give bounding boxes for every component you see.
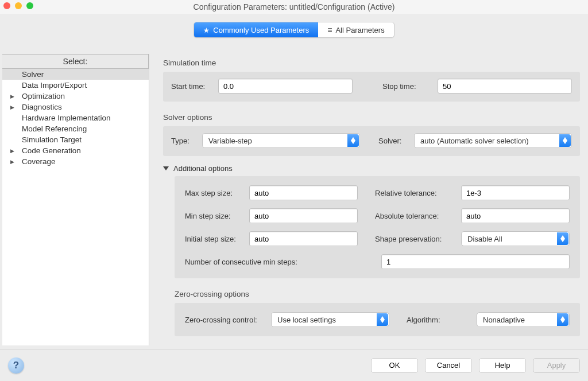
disclosure-triangle-icon[interactable]: ▶ — [10, 157, 14, 167]
apply-button: Apply — [533, 358, 580, 373]
chevrons-icon — [347, 134, 359, 147]
init-step-label: Initial step size: — [185, 235, 246, 243]
tree-item-model-referencing[interactable]: Model Referencing — [2, 123, 149, 134]
tree-item-code-generation[interactable]: ▶Code Generation — [2, 145, 149, 156]
simulation-time-section: Start time: Stop time: — [163, 72, 580, 102]
stop-time-input[interactable] — [438, 79, 572, 94]
chevrons-icon — [557, 313, 568, 326]
solver-label: Solver: — [378, 137, 411, 145]
window-title: Configuration Parameters: untitled/Confi… — [194, 2, 395, 11]
solver-select[interactable]: auto (Automatic solver selection) — [414, 133, 572, 148]
zc-control-value: Use local settings — [277, 316, 336, 324]
rel-tol-label: Relative tolerance: — [375, 189, 458, 197]
rel-tol-input[interactable] — [461, 185, 570, 200]
stop-time-label: Stop time: — [382, 82, 434, 91]
tree-item-coverage[interactable]: ▶Coverage — [2, 156, 149, 167]
chevrons-icon — [377, 313, 388, 326]
abs-tol-input[interactable] — [461, 208, 570, 223]
consec-label: Number of consecutive min steps: — [185, 258, 335, 266]
tree-item-diagnostics[interactable]: ▶Diagnostics — [2, 102, 149, 112]
chevrons-icon — [559, 134, 571, 147]
category-tree: Select: Solver Data Import/Export ▶Optim… — [2, 54, 149, 345]
abs-tol-label: Absolute tolerance: — [375, 212, 458, 220]
section-title-zero-crossing: Zero-crossing options — [175, 286, 580, 303]
disclosure-triangle-icon[interactable]: ▶ — [10, 103, 14, 112]
shape-select[interactable]: Disable All — [461, 231, 570, 246]
zc-control-select[interactable]: Use local settings — [271, 312, 389, 327]
min-step-label: Min step size: — [185, 212, 246, 220]
help-button[interactable]: Help — [479, 358, 526, 373]
shape-label: Shape preservation: — [375, 235, 458, 243]
zero-crossing-section: Zero-crossing control: Use local setting… — [175, 303, 580, 336]
tab-label: All Parameters — [335, 26, 384, 34]
start-time-label: Start time: — [171, 82, 215, 91]
section-title-solver-options: Solver options — [163, 110, 580, 126]
star-icon — [203, 26, 210, 34]
footer: ? OK Cancel Help Apply — [0, 349, 588, 381]
type-select[interactable]: Variable-step — [202, 133, 360, 148]
shape-value: Disable All — [467, 235, 502, 243]
zc-algorithm-select[interactable]: Nonadaptive — [477, 312, 570, 327]
type-label: Type: — [171, 137, 199, 145]
type-value: Variable-step — [208, 137, 252, 145]
additional-options-disclosure[interactable]: Additional options — [163, 164, 580, 173]
title-bar: Configuration Parameters: untitled/Confi… — [0, 0, 588, 14]
additional-options-section: Max step size: Relative tolerance: Min s… — [175, 176, 580, 278]
additional-options-header: Additional options — [173, 164, 233, 173]
section-title-simulation-time: Simulation time — [163, 55, 580, 72]
parameter-tabs: Commonly Used Parameters All Parameters — [0, 22, 588, 38]
window-controls — [3, 2, 33, 9]
tab-commonly-used[interactable]: Commonly Used Parameters — [194, 22, 318, 37]
max-step-label: Max step size: — [185, 189, 246, 197]
triangle-down-icon — [163, 166, 169, 170]
help-icon[interactable]: ? — [8, 357, 24, 374]
tree-item-simulation-target[interactable]: Simulation Target — [2, 134, 149, 145]
tree-item-hardware-implementation[interactable]: Hardware Implementation — [2, 112, 149, 123]
list-icon — [327, 25, 332, 34]
solver-value: auto (Automatic solver selection) — [420, 137, 529, 145]
tab-label: Commonly Used Parameters — [213, 26, 309, 34]
tab-all-parameters[interactable]: All Parameters — [318, 22, 393, 37]
tree-header: Select: — [2, 54, 149, 69]
chevrons-icon — [557, 232, 568, 245]
tree-item-data-import-export[interactable]: Data Import/Export — [2, 80, 149, 91]
settings-pane: Simulation time Start time: Stop time: S… — [149, 54, 588, 345]
tree-item-solver[interactable]: Solver — [2, 69, 149, 80]
zc-algorithm-label: Algorithm: — [407, 316, 452, 324]
min-step-input[interactable] — [249, 208, 358, 223]
solver-options-section: Type: Variable-step Solver: auto (Automa… — [163, 126, 580, 156]
zc-control-label: Zero-crossing control: — [185, 316, 268, 324]
close-window-icon[interactable] — [3, 2, 10, 9]
tree-item-optimization[interactable]: ▶Optimization — [2, 91, 149, 102]
start-time-input[interactable] — [218, 79, 353, 94]
consec-input[interactable] — [381, 254, 570, 269]
cancel-button[interactable]: Cancel — [425, 358, 472, 373]
init-step-input[interactable] — [249, 231, 358, 246]
disclosure-triangle-icon[interactable]: ▶ — [10, 146, 14, 156]
zoom-window-icon[interactable] — [26, 2, 33, 9]
max-step-input[interactable] — [249, 185, 358, 200]
zc-algorithm-value: Nonadaptive — [483, 316, 525, 324]
ok-button[interactable]: OK — [371, 358, 418, 373]
minimize-window-icon[interactable] — [15, 2, 22, 9]
disclosure-triangle-icon[interactable]: ▶ — [10, 92, 14, 102]
